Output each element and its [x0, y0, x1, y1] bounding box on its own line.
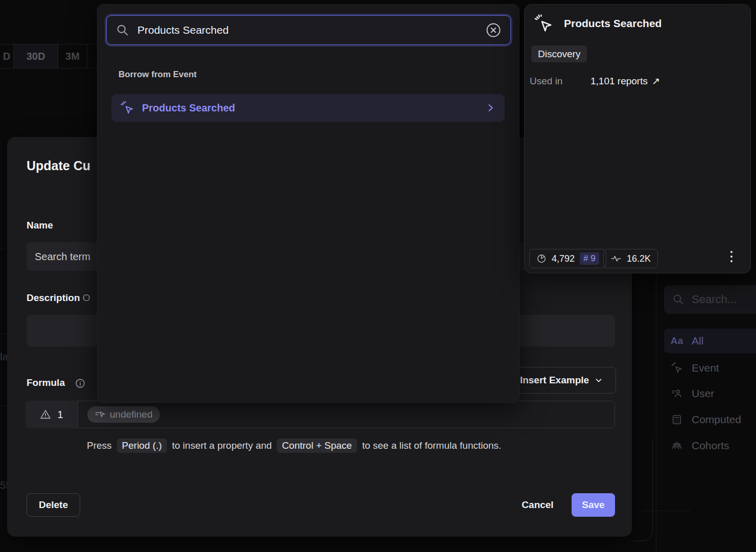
query-count-pill[interactable]: 4,792 # 9: [529, 249, 606, 268]
event-card-header: Products Searched: [534, 14, 662, 33]
category-badge: Discovery: [531, 45, 587, 62]
time-range-30d-button[interactable]: 30D: [14, 44, 58, 68]
event-icon: [534, 14, 553, 33]
insert-example-label: Insert Example: [520, 375, 589, 386]
info-icon[interactable]: [75, 378, 86, 389]
event-property-icon: [95, 409, 105, 420]
cancel-button[interactable]: Cancel: [513, 493, 562, 517]
name-value: Search term: [35, 251, 90, 263]
sidebar-item-cohorts[interactable]: Cohorts: [664, 433, 756, 458]
used-in-label: Used in: [530, 76, 590, 87]
property-picker-overlay: [97, 4, 519, 403]
picker-result-label: Products Searched: [142, 102, 477, 114]
time-range-7d-button[interactable]: D: [0, 44, 14, 68]
kebab-menu-icon[interactable]: [727, 251, 736, 262]
event-icon: [121, 101, 134, 114]
event-card-title: Products Searched: [564, 17, 662, 30]
warning-count: 1: [57, 409, 63, 421]
sidebar-item-label: Cohorts: [692, 440, 729, 452]
modal-title: Update Cu: [27, 158, 90, 173]
sidebar-search-placeholder: Search...: [692, 293, 737, 306]
borrow-from-event-label: Borrow from Event: [119, 70, 197, 80]
formula-input[interactable]: undefined: [78, 401, 615, 428]
description-label: Description O: [27, 292, 90, 304]
sidebar-item-label: Computed: [692, 413, 741, 426]
activity-icon: [610, 253, 622, 264]
chevron-right-icon: [485, 103, 495, 113]
computed-icon: [670, 414, 683, 425]
pie-chart-icon: [536, 254, 547, 264]
query-count-value: 4,792: [552, 254, 575, 264]
sidebar-search-input[interactable]: Search...: [664, 285, 756, 314]
sidebar-item-event[interactable]: Event: [664, 356, 756, 380]
sidebar-item-label: User: [692, 387, 714, 400]
name-label: Name: [27, 220, 53, 231]
formula-hint: Press Period (.) to insert a property an…: [87, 439, 501, 453]
kbd-control-space: Control + Space: [277, 439, 357, 453]
sidebar-item-computed[interactable]: Computed: [664, 407, 756, 432]
formula-property-chip[interactable]: undefined: [87, 406, 160, 423]
background-gridline: [0, 333, 6, 334]
formula-warning-gutter: 1: [26, 401, 78, 428]
external-link-arrow-icon: ↗: [652, 75, 660, 87]
sidebar-item-label: Event: [692, 362, 719, 374]
sidebar-item-user[interactable]: User: [664, 381, 756, 406]
time-range-3m-button[interactable]: 3M: [58, 44, 87, 68]
background-gridline: [0, 249, 6, 249]
insert-example-button[interactable]: Insert Example: [507, 367, 616, 394]
event-detail-card: [524, 4, 751, 273]
event-icon: [670, 362, 683, 374]
volume-pill[interactable]: 16.2K: [603, 249, 658, 268]
app-root: D 30D 3M lay 55 Search... Aa All Event: [0, 0, 756, 552]
sidebar-item-all[interactable]: Aa All: [664, 329, 756, 353]
save-button[interactable]: Save: [572, 493, 615, 517]
picker-search-value: Products Searched: [137, 24, 478, 36]
cohorts-icon: [670, 440, 683, 451]
clear-search-icon[interactable]: [486, 22, 501, 38]
user-icon: [670, 388, 683, 399]
background-panel-corner: [632, 440, 653, 541]
background-gridline: [0, 405, 6, 406]
aa-text-icon: Aa: [670, 335, 683, 347]
rank-badge: # 9: [580, 252, 599, 265]
search-icon: [672, 293, 684, 306]
picker-result-products-searched[interactable]: Products Searched: [111, 94, 505, 122]
volume-value: 16.2K: [627, 254, 651, 264]
search-icon: [116, 24, 129, 37]
used-in-row: Used in 1,101 reports ↗: [530, 75, 660, 87]
formula-label: Formula: [27, 377, 65, 388]
warning-icon: [40, 409, 51, 420]
time-range-bar: D 30D 3M: [0, 44, 97, 68]
chevron-down-icon: [594, 376, 603, 385]
used-in-reports-link[interactable]: 1,101 reports ↗: [590, 75, 660, 87]
formula-chip-label: undefined: [110, 409, 152, 420]
sidebar-item-label: All: [692, 335, 703, 347]
kbd-period: Period (.): [117, 439, 167, 453]
picker-search-input[interactable]: Products Searched: [106, 15, 511, 45]
delete-button[interactable]: Delete: [27, 493, 80, 517]
description-optional-fragment: O: [83, 292, 90, 303]
